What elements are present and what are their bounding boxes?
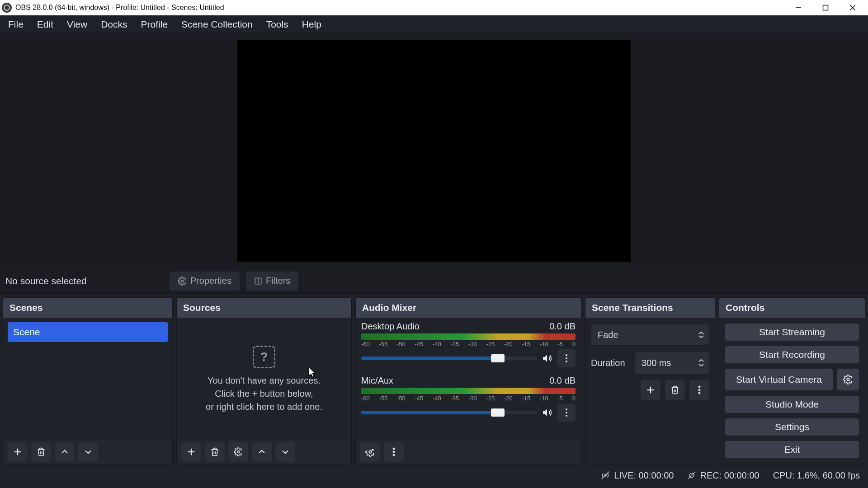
channel-name: Desktop Audio <box>361 321 420 332</box>
filters-button[interactable]: Filters <box>245 271 299 291</box>
svg-point-19 <box>372 449 373 450</box>
svg-point-13 <box>566 357 567 359</box>
sources-empty-state: ? You don't have any sources. Click the … <box>177 318 351 440</box>
add-scene-button[interactable] <box>8 442 28 462</box>
menu-profile[interactable]: Profile <box>135 16 175 33</box>
minimize-button[interactable] <box>785 0 812 15</box>
remove-scene-button[interactable] <box>31 442 51 462</box>
volume-slider[interactable] <box>361 411 537 414</box>
record-icon <box>687 471 696 480</box>
scenes-list[interactable]: Scene <box>3 318 172 440</box>
mixer-menu-button[interactable] <box>384 442 404 462</box>
studio-mode-button[interactable]: Studio Mode <box>725 395 859 413</box>
gear-icon <box>178 277 187 286</box>
svg-point-20 <box>393 448 395 450</box>
cpu-text: CPU: 1.6%, 60.00 fps <box>773 470 860 481</box>
properties-button[interactable]: Properties <box>169 271 240 291</box>
svg-point-15 <box>566 408 567 410</box>
svg-point-17 <box>566 415 567 417</box>
controls-header[interactable]: Controls <box>719 298 865 318</box>
svg-point-21 <box>393 451 395 453</box>
channel-level: 0.0 dB <box>549 375 576 386</box>
transitions-body: Fade Duration 300 ms <box>585 318 715 464</box>
remove-transition-button[interactable] <box>665 380 685 400</box>
add-source-button[interactable] <box>181 442 201 462</box>
svg-point-11 <box>237 451 240 453</box>
move-source-down-button[interactable] <box>275 442 295 462</box>
menu-bar: File Edit View Docks Profile Scene Colle… <box>0 15 868 33</box>
start-recording-button[interactable]: Start Recording <box>725 346 859 364</box>
menu-tools[interactable]: Tools <box>260 16 295 33</box>
status-live: LIVE: 00:00:00 <box>600 470 674 481</box>
menu-file[interactable]: File <box>2 16 30 33</box>
exit-button[interactable]: Exit <box>725 441 859 459</box>
menu-view[interactable]: View <box>61 16 94 33</box>
move-scene-up-button[interactable] <box>55 442 75 462</box>
transitions-dock: Scene Transitions Fade Duration 300 ms <box>585 297 715 465</box>
scenes-header[interactable]: Scenes <box>3 298 172 318</box>
move-scene-down-button[interactable] <box>78 442 98 462</box>
status-bar: LIVE: 00:00:00 REC: 00:00:00 CPU: 1.6%, … <box>0 467 868 483</box>
gear-icon <box>843 375 853 385</box>
menu-scene-collection[interactable]: Scene Collection <box>175 16 259 33</box>
speaker-icon[interactable] <box>541 352 553 364</box>
filters-label: Filters <box>266 276 290 286</box>
svg-point-16 <box>566 412 567 413</box>
live-text: LIVE: 00:00:00 <box>614 470 674 481</box>
mixer-toolbar <box>356 440 581 464</box>
meter-ticks: -60-55-50-45-40-35-30-25-20-15-10-50 <box>361 395 576 402</box>
add-transition-button[interactable] <box>641 380 660 400</box>
filters-icon <box>254 277 262 285</box>
preview-area <box>0 33 868 268</box>
scene-item[interactable]: Scene <box>8 322 168 342</box>
obs-logo-icon <box>2 3 12 13</box>
transition-selected: Fade <box>598 330 618 340</box>
controls-body: Start Streaming Start Recording Start Vi… <box>719 318 865 464</box>
start-streaming-button[interactable]: Start Streaming <box>725 323 859 341</box>
mixer-channel-desktop-audio: Desktop Audio 0.0 dB -60-55-50-45-40-35-… <box>361 321 576 367</box>
remove-source-button[interactable] <box>205 442 225 462</box>
spin-arrows-icon[interactable] <box>696 354 707 372</box>
channel-menu-button[interactable] <box>557 404 576 422</box>
transition-menu-button[interactable] <box>689 380 709 400</box>
audio-mixer-header[interactable]: Audio Mixer <box>356 298 581 318</box>
svg-point-14 <box>566 361 567 362</box>
channel-menu-button[interactable] <box>557 349 576 367</box>
menu-edit[interactable]: Edit <box>31 16 60 33</box>
source-properties-button[interactable] <box>228 442 248 462</box>
transition-select[interactable]: Fade <box>591 324 709 346</box>
preview-canvas[interactable] <box>237 40 631 262</box>
sources-toolbar <box>177 440 351 464</box>
duration-label: Duration <box>591 358 631 368</box>
menu-docks[interactable]: Docks <box>94 16 133 33</box>
svg-point-27 <box>698 392 700 394</box>
broadcast-icon <box>600 470 610 480</box>
svg-point-18 <box>369 450 372 453</box>
sources-empty-line3: or right click here to add one. <box>206 402 322 412</box>
updown-icon <box>698 324 704 345</box>
virtual-camera-settings-button[interactable] <box>837 368 859 391</box>
status-rec: REC: 00:00:00 <box>687 470 759 481</box>
sources-list[interactable]: ? You don't have any sources. Click the … <box>177 318 351 440</box>
advanced-audio-button[interactable] <box>360 442 380 462</box>
level-meter <box>361 388 576 394</box>
level-meter <box>361 333 576 340</box>
speaker-icon[interactable] <box>541 407 553 418</box>
menu-help[interactable]: Help <box>296 16 328 33</box>
transitions-header[interactable]: Scene Transitions <box>585 298 715 318</box>
close-button[interactable] <box>839 0 866 15</box>
move-source-up-button[interactable] <box>252 442 272 462</box>
settings-button[interactable]: Settings <box>725 418 859 436</box>
maximize-button[interactable] <box>812 0 839 15</box>
properties-label: Properties <box>190 276 231 286</box>
svg-point-25 <box>698 386 700 388</box>
start-virtual-camera-button[interactable]: Start Virtual Camera <box>725 368 833 391</box>
channel-level: 0.0 dB <box>549 321 576 332</box>
svg-rect-1 <box>823 5 828 10</box>
status-cpu: CPU: 1.6%, 60.00 fps <box>773 470 860 481</box>
sources-header[interactable]: Sources <box>177 298 351 318</box>
duration-spinbox[interactable]: 300 ms <box>635 352 709 374</box>
volume-slider[interactable] <box>361 357 537 360</box>
svg-point-28 <box>847 378 849 381</box>
rec-text: REC: 00:00:00 <box>700 470 759 481</box>
